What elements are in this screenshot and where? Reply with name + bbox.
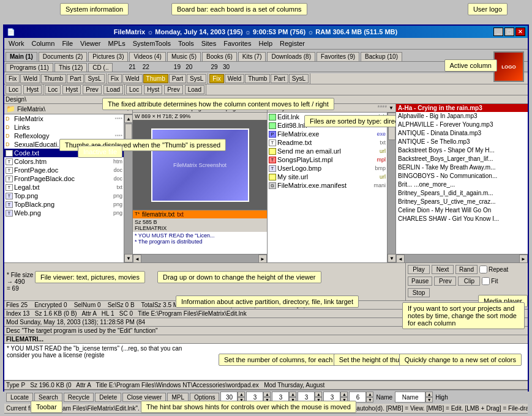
sysl-btn-2[interactable]: SysL <box>187 74 206 83</box>
tab-music[interactable]: Music (5) <box>167 52 201 61</box>
panel1-scrollbar[interactable]: ▲ ▼ <box>124 114 132 262</box>
scroll-down-btn-3[interactable]: ▼ <box>388 254 395 262</box>
tab-kits[interactable]: Kits (7) <box>238 52 266 61</box>
panel3-scrollbar[interactable]: ▲ ▼ <box>387 113 395 262</box>
delete-button[interactable]: Delete <box>95 393 121 402</box>
part-btn-1[interactable]: Part <box>67 74 84 83</box>
name-input[interactable] <box>395 392 425 403</box>
tab-favorites[interactable]: Favorites (9) <box>317 52 359 61</box>
scroll-left-pl[interactable]: ◄ <box>396 254 405 262</box>
playlist-item[interactable]: ANTIQUE - Se Thello.mp3 <box>396 138 528 146</box>
scroll-right-pl[interactable]: ► <box>519 254 528 262</box>
menu-item-help[interactable]: Help <box>255 39 275 48</box>
tab-downloads[interactable]: Downloads (8) <box>267 52 315 61</box>
menu-item-register[interactable]: Register <box>277 39 308 48</box>
col-up-3[interactable]: ▲ <box>289 392 296 397</box>
playlist-item[interactable]: ANTIQUE - Dinata Dinata.mp3 <box>396 129 528 138</box>
playlist-item[interactable]: Britney_Spears_U_ctive_me_craz... <box>396 198 528 206</box>
stop-button[interactable]: Stop <box>408 288 430 297</box>
maximize-button[interactable]: □ <box>504 28 514 36</box>
list-item[interactable]: TLegal.txttxt <box>4 183 124 191</box>
hyst-label-1[interactable]: Hyst <box>23 85 42 94</box>
list-item[interactable]: TSongsPlayList.mplmpl <box>268 155 387 164</box>
panel3-scroll-arrow[interactable]: ▼ <box>389 105 394 111</box>
tab-backup[interactable]: Backup (10) <box>361 52 402 61</box>
playlist-scroll[interactable]: ◄ ► <box>396 254 528 262</box>
sysl-btn-1[interactable]: SysL <box>84 74 104 83</box>
list-item[interactable]: GFileMatrix.exe.manifestmani <box>268 181 387 190</box>
col-up-6[interactable]: ▲ <box>366 392 373 397</box>
list-item[interactable]: TColors.htmhtm <box>4 157 124 166</box>
list-item[interactable]: TTopBlack.pngpng <box>4 200 124 209</box>
scroll-down-btn[interactable]: ▼ <box>124 254 132 262</box>
list-item[interactable]: DLinks <box>4 123 124 132</box>
list-item[interactable]: Send me an email.urlurl <box>268 147 387 155</box>
tab-books[interactable]: Books (6) <box>202 52 237 61</box>
fit-check[interactable]: Fit <box>482 277 498 285</box>
col-up-5[interactable]: ▲ <box>340 392 348 397</box>
list-item[interactable]: TUserLogo.bmpbmp <box>268 164 387 173</box>
list-item[interactable]: TFrontPage.docdoc <box>4 166 124 174</box>
part-btn-2[interactable]: Part <box>169 74 186 83</box>
playlist-item[interactable]: ALPHAVILLE - Forever Young.mp3 <box>396 121 528 129</box>
menu-item-column[interactable]: Column <box>28 39 58 48</box>
sysl-btn-3[interactable]: SysL <box>289 74 309 83</box>
recycle-button[interactable]: Recycle <box>64 393 94 402</box>
fix-btn-3[interactable]: Fix <box>209 74 223 83</box>
thumb-btn-3[interactable]: Thumb <box>245 74 270 83</box>
name-up[interactable]: ▲ <box>425 392 433 397</box>
playlist-item[interactable]: Brit... ...one_more_... <box>396 180 528 189</box>
name-down[interactable]: ▼ <box>425 397 433 403</box>
locate-button[interactable]: Locate <box>6 393 33 402</box>
fix-btn-2[interactable]: Fix <box>108 74 122 83</box>
hyst-label-2[interactable]: Hyst <box>62 85 81 94</box>
prev-label-1[interactable]: Prev <box>83 85 102 94</box>
loc-label-3[interactable]: Loc <box>126 85 142 94</box>
menu-item-systemtools[interactable]: SystemTools <box>130 39 174 48</box>
weld-btn-3[interactable]: Weld <box>225 74 245 83</box>
tab-cd[interactable]: CD (.. <box>88 63 113 72</box>
thumb-btn-1[interactable]: Thumb <box>41 74 66 83</box>
playlist-item[interactable]: Backstreet_Boys_Larger_than_lif... <box>396 155 528 163</box>
tab-pictures[interactable]: Pictures (3) <box>88 52 128 61</box>
menu-item-favorites[interactable]: Favorites <box>220 39 254 48</box>
menu-item-mpls[interactable]: MPLs <box>105 39 129 48</box>
close-button[interactable]: ✕ <box>515 28 525 36</box>
load-label-2[interactable]: Load <box>185 85 204 94</box>
menu-item-work[interactable]: Work <box>6 39 27 48</box>
list-item[interactable]: TFrontPageBlack.docdoc <box>4 174 124 183</box>
scroll-up-btn[interactable]: ▲ <box>124 114 132 123</box>
fix-btn-1[interactable]: Fix <box>6 74 20 83</box>
playlist-item[interactable]: Celine Dion - My Heart Will Go On <box>396 206 528 215</box>
clip-button[interactable]: Clip <box>458 277 480 286</box>
scroll-left[interactable]: ◄ <box>133 254 141 262</box>
list-item[interactable]: TReadme.txttxt <box>268 138 387 147</box>
repeat-check[interactable]: Repeat <box>479 266 508 273</box>
tab-this[interactable]: This (12) <box>54 63 87 72</box>
rand-button[interactable]: Rand <box>455 265 478 274</box>
playlist-item[interactable]: BERLIN - Take My Breath Away.m... <box>396 163 528 172</box>
hyst-label-3[interactable]: Hyst <box>144 85 162 94</box>
minimize-button[interactable]: _ <box>493 28 503 36</box>
playlist-item[interactable]: CHARLES SHAW - Girl You Know I... <box>396 215 528 223</box>
playlist-item[interactable]: Backstreet Boys - Shape Of My H... <box>396 146 528 155</box>
thumb-btn-2[interactable]: Thumb <box>143 74 168 83</box>
highlight-file-row[interactable]: T* filematrix.txt txt <box>133 210 267 218</box>
list-item[interactable]: TTop.pngpng <box>4 191 124 200</box>
tab-documents[interactable]: Documents (2) <box>39 52 88 61</box>
list-item[interactable]: TWeb.pngpng <box>4 209 124 217</box>
menu-item-sites[interactable]: Sites <box>198 39 219 48</box>
col-up-4[interactable]: ▲ <box>315 392 322 397</box>
menu-item-viewer[interactable]: Viewer <box>77 39 103 48</box>
loc-label-1[interactable]: Loc <box>6 85 21 94</box>
prev-label-2[interactable]: Prev <box>164 85 183 94</box>
loc-label-2[interactable]: Loc <box>45 85 61 94</box>
prev-button[interactable]: Prev <box>434 277 456 286</box>
weld-btn-2[interactable]: Weld <box>122 74 143 83</box>
playlist-item[interactable]: Britney_Spears_I_did_it_again.m... <box>396 189 528 198</box>
scroll-right[interactable]: ► <box>258 254 267 262</box>
pause-button[interactable]: Pause <box>408 277 432 286</box>
tab-videos[interactable]: Videos (4) <box>129 52 165 61</box>
play-button[interactable]: Play <box>408 265 430 274</box>
load-label-1[interactable]: Load <box>103 85 123 94</box>
